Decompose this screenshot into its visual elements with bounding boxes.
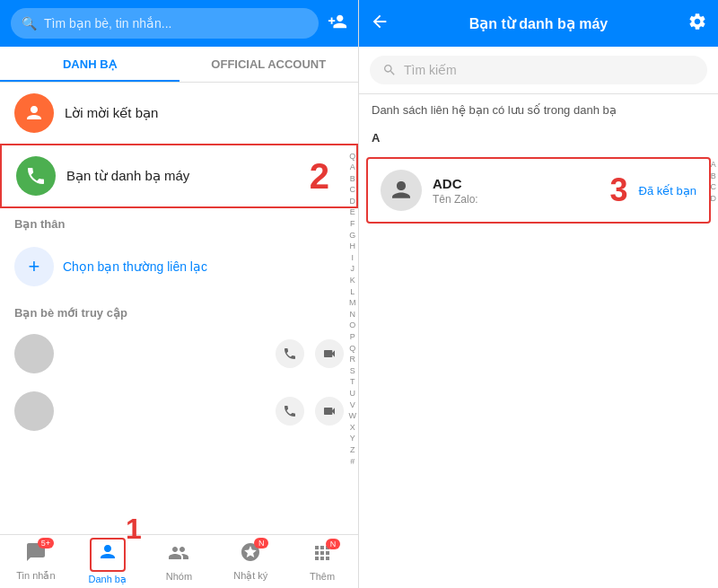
right-alphabet-index: A B C D	[711, 159, 717, 204]
adc-info: ADC Tên Zalo:	[433, 176, 600, 206]
them-icon: N	[311, 542, 333, 569]
plus-icon: +	[14, 247, 54, 286]
nav-nhat-ky[interactable]: N Nhật ký	[215, 535, 286, 588]
tab-danh-ba[interactable]: DANH BẠ	[0, 47, 180, 82]
tin-nhan-label: Tin nhắn	[16, 570, 55, 582]
adc-avatar	[381, 170, 422, 211]
call-icon-2[interactable]	[276, 397, 304, 426]
step-1-number: 1	[126, 513, 142, 546]
ban-tu-danh-ba-label: Bạn từ danh bạ máy	[66, 168, 189, 184]
video-icon-1[interactable]	[315, 339, 344, 368]
tab-official-account[interactable]: OFFICIAL ACCOUNT	[180, 47, 359, 82]
danh-ba-icon	[97, 541, 118, 568]
ban-be-moi-title: Bạn bè mới truy cập	[0, 297, 358, 325]
nav-danh-ba[interactable]: 1 Danh bạ	[72, 535, 144, 588]
left-tabs: DANH BẠ OFFICIAL ACCOUNT	[0, 47, 358, 83]
left-content: Lời mời kết bạn Bạn từ danh bạ máy 2 Bạn…	[0, 83, 358, 534]
nhom-label: Nhóm	[166, 571, 192, 582]
right-search-placeholder: Tìm kiếm	[404, 63, 457, 77]
settings-button[interactable]	[687, 12, 707, 36]
right-search: Tìm kiếm	[359, 47, 718, 94]
nhom-icon	[168, 542, 189, 569]
right-header: Bạn từ danh bạ máy	[359, 0, 718, 47]
search-icon: 🔍	[22, 16, 37, 31]
right-alpha-label: A	[359, 126, 718, 150]
nav-tin-nhan[interactable]: 5+ Tin nhắn	[0, 535, 72, 588]
nhat-ky-icon: N	[240, 541, 261, 568]
back-button[interactable]	[370, 12, 390, 36]
right-search-box[interactable]: Tìm kiếm	[370, 56, 707, 84]
loi-moi-label: Lời mời kết bạn	[65, 105, 158, 121]
choose-friend-label: Chọn bạn thường liên lạc	[63, 259, 207, 274]
left-search-bar[interactable]: 🔍 Tìm bạn bè, tin nhắn...	[11, 8, 319, 39]
tin-nhan-icon: 5+	[25, 541, 47, 568]
adc-name: ADC	[433, 176, 600, 191]
nhat-ky-label: Nhật ký	[233, 570, 267, 582]
call-icon-1[interactable]	[276, 339, 304, 368]
them-label: Thêm	[310, 571, 335, 582]
search-placeholder: Tìm bạn bè, tin nhắn...	[44, 16, 172, 31]
ban-than-title: Bạn thân	[0, 208, 358, 236]
them-badge: N	[326, 539, 340, 549]
right-content: ADC Tên Zalo: 3 Đã kết bạn A B C D	[359, 150, 718, 588]
ban-tu-danh-ba-item[interactable]: Bạn từ danh bạ máy 2	[0, 144, 358, 208]
right-panel-title: Bạn từ danh bạ máy	[398, 15, 679, 32]
nav-them[interactable]: N Thêm	[286, 535, 358, 588]
right-info-text: Danh sách liên hệ bạn có lưu số trong da…	[359, 94, 718, 126]
alphabet-index: Q A B C D E F G H I J K L M N O P Q R S …	[349, 150, 357, 467]
avatar-2	[14, 391, 54, 431]
left-panel: 🔍 Tìm bạn bè, tin nhắn... DANH BẠ OFFICI…	[0, 0, 359, 588]
nhat-ky-badge: N	[254, 538, 268, 549]
tin-nhan-badge: 5+	[38, 538, 54, 549]
step-3-number: 3	[610, 171, 628, 209]
loi-moi-item[interactable]: Lời mời kết bạn	[0, 83, 358, 144]
adc-status: Đã kết bạn	[639, 184, 696, 197]
loi-moi-icon	[14, 93, 54, 133]
contact-row-1	[0, 325, 358, 382]
add-friend-button[interactable]	[328, 12, 347, 36]
danh-ba-active-box: 1	[90, 538, 126, 572]
left-header: 🔍 Tìm bạn bè, tin nhắn...	[0, 0, 358, 47]
contact-row-2	[0, 382, 358, 440]
right-panel: Bạn từ danh bạ máy Tìm kiếm Danh sách li…	[359, 0, 718, 588]
nav-nhom[interactable]: Nhóm	[144, 535, 215, 588]
avatar-1	[14, 334, 54, 373]
contact-adc[interactable]: ADC Tên Zalo: 3 Đã kết bạn	[366, 157, 711, 224]
adc-sub: Tên Zalo:	[433, 193, 600, 206]
choose-friend-item[interactable]: + Chọn bạn thường liên lạc	[0, 236, 358, 297]
video-icon-2[interactable]	[315, 397, 344, 426]
contact-actions-1	[276, 339, 344, 368]
bottom-nav: 5+ Tin nhắn 1 Danh bạ Nhóm N	[0, 534, 358, 588]
danh-ba-label: Danh bạ	[88, 574, 126, 585]
contact-actions-2	[276, 397, 344, 426]
ban-tu-danh-ba-icon	[16, 156, 56, 196]
step-2-number: 2	[310, 156, 329, 197]
